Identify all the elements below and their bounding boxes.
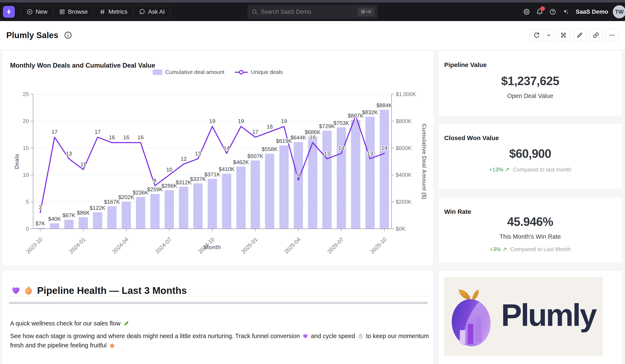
refresh-options-button[interactable] <box>544 29 554 41</box>
plus-square-icon <box>27 9 33 15</box>
edit-button[interactable] <box>573 29 586 41</box>
nav-new-label: New <box>36 8 47 15</box>
nav-button-group: New Browse Metrics <box>21 5 171 19</box>
svg-text:20: 20 <box>23 118 29 124</box>
svg-text:$600K: $600K <box>396 145 412 151</box>
svg-text:$202K: $202K <box>118 194 134 200</box>
refresh-split-button <box>530 29 554 41</box>
svg-text:$40K: $40K <box>48 216 61 222</box>
delta-compare-text: Compared to last month <box>513 166 571 173</box>
nav-new-button[interactable]: New <box>21 5 53 18</box>
app-logo[interactable] <box>3 6 15 18</box>
kpi-card-closed-won: Closed Won Value $60,900 +13% ↗ Compared… <box>438 123 622 189</box>
purple-heart-icon <box>302 333 308 339</box>
pencil-icon <box>577 32 583 38</box>
divider <box>7 296 428 296</box>
svg-text:$200K: $200K <box>396 199 412 205</box>
nav-metrics-button[interactable]: Metrics <box>93 5 133 18</box>
nav-browse-label: Browse <box>68 8 88 15</box>
global-search-input[interactable]: Search SaaS Demo ⌘+K <box>247 5 378 19</box>
svg-text:$800K: $800K <box>396 118 412 124</box>
svg-text:$67K: $67K <box>62 212 75 218</box>
peach-icon <box>24 286 33 295</box>
svg-text:3: 3 <box>39 204 42 211</box>
share-link-button[interactable] <box>589 29 602 41</box>
svg-text:10: 10 <box>23 172 29 178</box>
sparkles-icon <box>562 8 569 15</box>
refresh-button[interactable] <box>530 29 544 41</box>
horizontal-rule <box>9 302 428 304</box>
line-marker-icon <box>235 69 248 75</box>
svg-text:2025-10: 2025-10 <box>369 236 388 255</box>
svg-text:$7K: $7K <box>35 220 45 227</box>
more-options-button[interactable] <box>606 29 619 41</box>
ellipsis-icon <box>609 32 615 38</box>
peach-icon <box>109 342 115 348</box>
legend-label: Cumulative deal amount <box>165 69 224 75</box>
dashboard-content: Monthly Won Deals and Cumulative Deal Va… <box>0 49 625 364</box>
svg-text:2025-04: 2025-04 <box>283 236 302 255</box>
legend-item-cumulative[interactable]: Cumulative deal amount <box>153 69 224 75</box>
brand-image: Plumly <box>444 277 603 356</box>
legend-label: Unique deals <box>251 69 283 75</box>
delta-compare-text: Compared to Last Month <box>510 246 571 253</box>
svg-text:$1,000K: $1,000K <box>396 91 416 97</box>
svg-text:2024-01: 2024-01 <box>68 236 87 255</box>
fullscreen-button[interactable] <box>557 29 570 41</box>
svg-text:25: 25 <box>23 91 29 97</box>
notifications-button[interactable] <box>533 6 546 18</box>
svg-text:16: 16 <box>138 134 144 141</box>
svg-text:$644K: $644K <box>290 134 306 141</box>
brand-wordmark: Plumly <box>501 297 596 333</box>
kpi-card-pipeline-value: Pipeline Value $1,237,625 Open Deal Valu… <box>438 50 622 116</box>
gear-icon <box>523 8 530 15</box>
svg-text:12: 12 <box>181 156 187 162</box>
herb-icon <box>123 320 129 327</box>
nav-browse-button[interactable]: Browse <box>53 5 93 18</box>
chart-title: Monthly Won Deals and Cumulative Deal Va… <box>10 62 155 69</box>
workspace-name[interactable]: SaaS Demo <box>576 8 608 15</box>
search-placeholder: Search SaaS Demo <box>261 9 354 15</box>
svg-text:2023-10: 2023-10 <box>25 236 44 255</box>
help-icon <box>549 8 556 15</box>
svg-text:17: 17 <box>252 129 258 135</box>
window-top-strip <box>0 0 625 2</box>
svg-text:10: 10 <box>166 166 172 173</box>
svg-text:$122K: $122K <box>90 205 106 211</box>
nav-right-cluster: SaaS Demo TW <box>521 5 622 18</box>
trend-up-icon: ↗ <box>505 166 509 173</box>
svg-text:13: 13 <box>324 151 330 157</box>
help-button[interactable] <box>547 6 559 18</box>
svg-text:16: 16 <box>123 134 129 141</box>
trend-up-icon: ↗ <box>502 246 507 252</box>
brand-card: Plumly <box>438 271 622 364</box>
grid-icon <box>59 9 65 15</box>
svg-text:19: 19 <box>281 118 287 124</box>
notes-paragraph-1: A quick wellness check for our sales flo… <box>10 319 130 328</box>
svg-text:$558K: $558K <box>262 146 278 152</box>
settings-button[interactable] <box>521 6 533 18</box>
svg-text:Month: Month <box>204 244 221 250</box>
svg-text:8: 8 <box>154 177 156 184</box>
app: New Browse Metrics <box>0 0 625 364</box>
nav-ask-ai-button[interactable]: Ask AI <box>133 5 170 18</box>
svg-text:14: 14 <box>223 145 230 151</box>
svg-text:$312K: $312K <box>176 179 192 185</box>
svg-text:$807K: $807K <box>348 113 364 119</box>
svg-text:11: 11 <box>81 161 86 167</box>
notification-badge <box>540 6 545 11</box>
svg-text:$884K: $884K <box>376 102 392 109</box>
svg-text:2024-04: 2024-04 <box>111 236 130 255</box>
svg-text:5: 5 <box>26 199 29 205</box>
svg-text:9: 9 <box>297 172 300 178</box>
info-icon[interactable] <box>64 31 72 39</box>
avatar[interactable]: TW <box>613 5 625 18</box>
legend-item-unique-deals[interactable]: Unique deals <box>235 69 283 75</box>
page-title: Plumly Sales <box>6 30 58 40</box>
delta-value: +13% ↗ <box>489 166 509 173</box>
ai-sparkles-button[interactable] <box>560 6 572 18</box>
svg-text:13: 13 <box>367 151 373 157</box>
stopwatch-icon <box>358 333 364 339</box>
svg-text:$337K: $337K <box>190 176 206 182</box>
svg-text:$753K: $753K <box>333 120 349 126</box>
